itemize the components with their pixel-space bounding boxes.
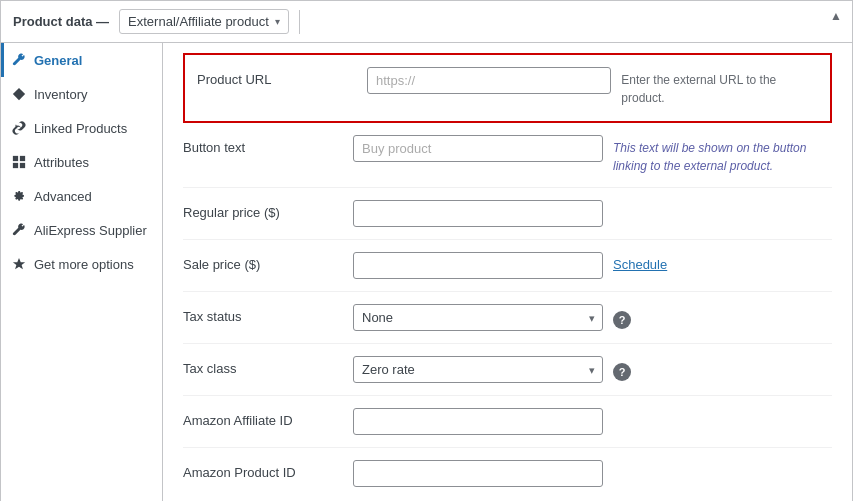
product-url-section: Product URL Enter the external URL to th… bbox=[163, 43, 852, 123]
sidebar-item-attributes[interactable]: Attributes bbox=[1, 145, 162, 179]
regular-price-row: Regular price ($) bbox=[183, 188, 832, 240]
product-url-label: Product URL bbox=[197, 67, 367, 89]
main-content: Product URL Enter the external URL to th… bbox=[163, 43, 852, 501]
amazon-affiliate-id-input[interactable] bbox=[353, 408, 603, 435]
button-text-row: Button text This text will be shown on t… bbox=[183, 123, 832, 188]
sidebar-item-label-linked-products: Linked Products bbox=[34, 121, 127, 136]
sidebar-item-general[interactable]: General bbox=[1, 43, 162, 77]
sale-price-input-area: Schedule bbox=[353, 252, 832, 279]
svg-rect-2 bbox=[13, 163, 18, 168]
amazon-product-id-row: Amazon Product ID bbox=[183, 448, 832, 499]
amazon-affiliate-id-input-area bbox=[353, 408, 832, 435]
button-text-description: This text will be shown on the button li… bbox=[613, 135, 813, 175]
tax-class-row: Tax class Standard Reduced rate Zero rat… bbox=[183, 344, 832, 396]
aliexpress-icon bbox=[11, 222, 27, 238]
amazon-affiliate-id-row: Amazon Affiliate ID bbox=[183, 396, 832, 448]
product-url-input-area: Enter the external URL to the product. bbox=[367, 67, 818, 107]
amazon-product-id-input[interactable] bbox=[353, 460, 603, 487]
product-data-header: Product data — External/Affiliate produc… bbox=[1, 1, 852, 43]
tax-class-select[interactable]: Standard Reduced rate Zero rate bbox=[353, 356, 603, 383]
star-icon bbox=[11, 256, 27, 272]
amazon-product-id-input-area bbox=[353, 460, 832, 487]
link-icon bbox=[11, 120, 27, 136]
regular-price-input[interactable] bbox=[353, 200, 603, 227]
regular-price-input-area bbox=[353, 200, 832, 227]
sidebar-item-label-attributes: Attributes bbox=[34, 155, 89, 170]
sidebar-item-inventory[interactable]: Inventory bbox=[1, 77, 162, 111]
sidebar-item-advanced[interactable]: Advanced bbox=[1, 179, 162, 213]
tax-status-help-icon[interactable]: ? bbox=[613, 311, 631, 329]
sidebar-item-label-general: General bbox=[34, 53, 82, 68]
product-url-description: Enter the external URL to the product. bbox=[621, 67, 818, 107]
tax-status-select[interactable]: None Taxable Shipping only bbox=[353, 304, 603, 331]
sidebar-item-aliexpress[interactable]: AliExpress Supplier bbox=[1, 213, 162, 247]
svg-rect-3 bbox=[20, 163, 25, 168]
chevron-down-icon: ▾ bbox=[275, 16, 280, 27]
sidebar-item-label-inventory: Inventory bbox=[34, 87, 87, 102]
gear-icon bbox=[11, 188, 27, 204]
diamond-icon bbox=[11, 86, 27, 102]
button-text-input-area: This text will be shown on the button li… bbox=[353, 135, 832, 175]
tax-class-input-area: Standard Reduced rate Zero rate ▾ ? bbox=[353, 356, 832, 383]
form-section: Button text This text will be shown on t… bbox=[163, 123, 852, 499]
product-type-label: External/Affiliate product bbox=[128, 14, 269, 29]
sidebar-item-label-get-more-options: Get more options bbox=[34, 257, 134, 272]
header-title: Product data — bbox=[13, 14, 109, 29]
product-url-highlighted-box: Product URL Enter the external URL to th… bbox=[183, 53, 832, 123]
tax-status-input-area: None Taxable Shipping only ▾ ? bbox=[353, 304, 832, 331]
sidebar-item-linked-products[interactable]: Linked Products bbox=[1, 111, 162, 145]
tax-class-help-icon[interactable]: ? bbox=[613, 363, 631, 381]
sidebar-item-label-advanced: Advanced bbox=[34, 189, 92, 204]
tax-class-label: Tax class bbox=[183, 356, 353, 378]
sidebar: General Inventory Linked Products bbox=[1, 43, 163, 501]
schedule-link[interactable]: Schedule bbox=[613, 252, 667, 272]
amazon-affiliate-id-label: Amazon Affiliate ID bbox=[183, 408, 353, 430]
sidebar-item-get-more-options[interactable]: Get more options bbox=[1, 247, 162, 281]
collapse-button[interactable]: ▲ bbox=[830, 9, 842, 23]
tax-status-select-wrapper: None Taxable Shipping only ▾ bbox=[353, 304, 603, 331]
regular-price-label: Regular price ($) bbox=[183, 200, 353, 222]
wrench-icon bbox=[11, 52, 27, 68]
product-url-row: Product URL Enter the external URL to th… bbox=[197, 63, 818, 113]
button-text-input[interactable] bbox=[353, 135, 603, 162]
product-data-panel: Product data — External/Affiliate produc… bbox=[0, 0, 853, 501]
sale-price-input[interactable] bbox=[353, 252, 603, 279]
tax-class-select-wrapper: Standard Reduced rate Zero rate ▾ bbox=[353, 356, 603, 383]
grid-icon bbox=[11, 154, 27, 170]
button-text-label: Button text bbox=[183, 135, 353, 157]
svg-rect-1 bbox=[20, 156, 25, 161]
product-data-body: General Inventory Linked Products bbox=[1, 43, 852, 501]
tax-status-label: Tax status bbox=[183, 304, 353, 326]
sidebar-item-label-aliexpress: AliExpress Supplier bbox=[34, 223, 147, 238]
product-url-input[interactable] bbox=[367, 67, 611, 94]
svg-rect-0 bbox=[13, 156, 18, 161]
amazon-product-id-label: Amazon Product ID bbox=[183, 460, 353, 482]
sale-price-row: Sale price ($) Schedule bbox=[183, 240, 832, 292]
tax-status-row: Tax status None Taxable Shipping only ▾ … bbox=[183, 292, 832, 344]
header-divider bbox=[299, 10, 300, 34]
product-type-dropdown[interactable]: External/Affiliate product ▾ bbox=[119, 9, 289, 34]
sale-price-label: Sale price ($) bbox=[183, 252, 353, 274]
